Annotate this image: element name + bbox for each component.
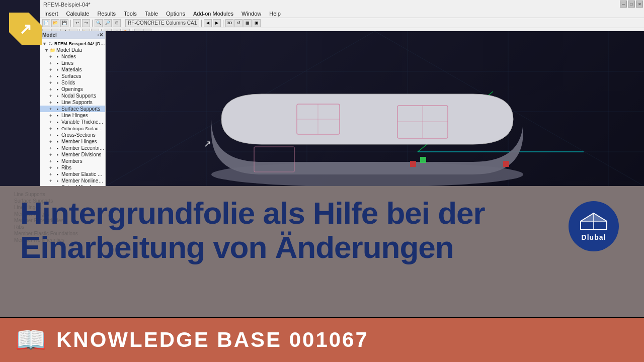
tree-member-eccentricities[interactable]: + ▪ Member Eccentricities [40, 145, 105, 151]
panel-title: Model [42, 32, 57, 38]
bottom-bar: 📖 KNOWLEDGE BASE 001067 [0, 318, 644, 362]
tree-label-nodal-supports: Nodal Supports [61, 93, 96, 99]
tree-label-surfaces: Surfaces [61, 73, 81, 79]
rf-concrete-label[interactable]: RF-CONCRETE Columns CA1 [125, 19, 199, 27]
tree-openings[interactable]: + ▪ Openings [40, 86, 105, 93]
tree-member-hinges[interactable]: + ▪ Member Hinges [40, 138, 105, 145]
menu-table[interactable]: Table [141, 9, 162, 18]
tree-cross-sections[interactable]: + ▪ Cross-Sections [40, 132, 105, 138]
tree-label-surface-supports: Surface Supports [61, 106, 100, 112]
tree-label-model-data: Model Data [56, 47, 82, 53]
close-button[interactable]: ✕ [636, 1, 643, 8]
title-overlay: Hintergrundfolie als Hilfe bei der Einar… [20, 196, 594, 264]
window-title-bar: RFEM-Beispiel-04* ─ □ ✕ [40, 0, 644, 9]
tb-sep2 [92, 20, 93, 27]
window-title: RFEM-Beispiel-04* [43, 2, 91, 8]
tb-undo[interactable]: ↩ [73, 19, 81, 27]
tb-view2[interactable]: ▣ [253, 19, 261, 27]
tree-ribs[interactable]: + ▪ Ribs [40, 164, 105, 171]
menu-tools[interactable]: Tools [120, 9, 141, 18]
knowledge-base-label: KNOWLEDGE BASE 001067 [56, 328, 369, 352]
tb-fit[interactable]: ⊞ [113, 19, 121, 27]
tree-model-data[interactable]: ▼ 📁 Model Data [40, 47, 105, 53]
tree-label-member-div: Member Divisions [61, 152, 101, 157]
tb-zoom-in[interactable]: 🔍 [95, 19, 103, 27]
lower-section: Line Supports Surface Supports Line Hing… [0, 186, 644, 362]
tree-surfaces[interactable]: + ▪ Surfaces [40, 73, 105, 79]
main-title: Hintergrundfolie als Hilfe bei der Einar… [20, 196, 594, 264]
tree-member-elastic[interactable]: + ▪ Member Elastic Foundations [40, 171, 105, 177]
3d-viewport[interactable]: ↗ [106, 31, 644, 186]
tree-surface-supports[interactable]: + ▪ Surface Supports [40, 106, 105, 112]
rfem-viewport-area: RFEM-Beispiel-04* ─ □ ✕ Insert Calculate… [0, 0, 644, 186]
menu-window[interactable]: Window [237, 9, 265, 18]
tb-open[interactable]: 📂 [51, 19, 59, 27]
menu-results[interactable]: Results [93, 9, 120, 18]
tree-label-materials: Materials [61, 67, 82, 72]
tree-label-variable-thick: Variable Thicknesses [61, 119, 105, 125]
tree-label-member-nonlin: Member Nonlinearities [61, 178, 105, 184]
tree-expand-root: ▼ [42, 41, 47, 46]
title-line2: Einarbeitung von Änderungen [20, 230, 454, 264]
tree-lines[interactable]: + ▪ Lines [40, 60, 105, 66]
tree-nodal-supports[interactable]: + ▪ Nodal Supports [40, 93, 105, 99]
tree-label-ribs: Ribs [61, 165, 71, 170]
tb-new[interactable]: 📄 [42, 19, 50, 27]
dlubal-logo-text: Dlubal [582, 233, 606, 241]
tb-view1[interactable]: ▦ [244, 19, 252, 27]
tree-line-supports[interactable]: + ▪ Line Supports [40, 99, 105, 106]
tree-label-member-hinges: Member Hinges [61, 139, 97, 144]
tree-icon-project: 🗂 [47, 41, 53, 47]
tb-redo[interactable]: ↪ [82, 19, 90, 27]
tree-solids[interactable]: + ▪ Solids [40, 79, 105, 86]
tb-rotate[interactable]: ↺ [234, 19, 243, 27]
dlubal-logo-svg [580, 212, 608, 230]
title-line1: Hintergrundfolie als Hilfe bei der [20, 196, 485, 230]
tree-label-member-eccent: Member Eccentricities [61, 145, 105, 151]
panel-header: Model ▫✕ [40, 31, 105, 39]
tree-member-divisions[interactable]: + ▪ Member Divisions [40, 151, 105, 158]
tree-label-cross-sections: Cross-Sections [61, 132, 96, 138]
svg-rect-20 [410, 161, 416, 167]
svg-rect-21 [420, 157, 426, 163]
menu-options[interactable]: Options [162, 9, 189, 18]
menu-calculate[interactable]: Calculate [62, 9, 94, 18]
tb-sep4 [201, 20, 202, 27]
tree-members[interactable]: + ▪ Members [40, 158, 105, 164]
minimize-button[interactable]: ─ [620, 1, 627, 8]
tree-materials[interactable]: + ▪ Materials [40, 66, 105, 73]
tree-root: ▼ 🗂 RFEM-Beispiel-04* [Dlubal Examples] … [40, 39, 105, 186]
tree-variable-thicknesses[interactable]: + ▪ Variable Thicknesses [40, 119, 105, 125]
tree-root-item[interactable]: ▼ 🗂 RFEM-Beispiel-04* [Dlubal Examples] [40, 40, 105, 47]
menu-help[interactable]: Help [265, 9, 285, 18]
menu-bar: Insert Calculate Results Tools Table Opt… [40, 9, 644, 18]
tb-zoom-out[interactable]: 🔎 [104, 19, 112, 27]
tb-next[interactable]: ▶ [213, 19, 221, 27]
project-tree-panel: Model ▫✕ ▼ 🗂 RFEM-Beispiel-04* [Dlubal E… [40, 31, 106, 186]
tree-label-lines: Lines [61, 60, 73, 66]
menu-insert[interactable]: Insert [40, 9, 62, 18]
tb-sep1 [70, 20, 71, 27]
tree-label-member-elastic: Member Elastic Foundations [61, 171, 105, 177]
tree-member-nonlin[interactable]: + ▪ Member Nonlinearities [40, 177, 105, 184]
svg-text:↗: ↗ [204, 139, 211, 149]
svg-rect-22 [503, 161, 509, 167]
tree-root-label: RFEM-Beispiel-04* [Dlubal Examples] [54, 41, 105, 46]
tree-nodes[interactable]: + ▪ Nodes [40, 53, 105, 60]
tree-label-openings: Openings [61, 86, 83, 92]
window-controls[interactable]: ─ □ ✕ [620, 1, 643, 8]
tb-save[interactable]: 💾 [60, 19, 68, 27]
tb-prev[interactable]: ◀ [204, 19, 212, 27]
tb-3d[interactable]: 3D [225, 19, 233, 27]
tree-line-hinges[interactable]: + ▪ Line Hinges [40, 112, 105, 119]
maximize-button[interactable]: □ [628, 1, 635, 8]
tree-label-orthotropic: Orthotropic Surfaces and Membranes [61, 126, 105, 131]
tree-icon-model: 📁 [49, 47, 55, 53]
menu-addon-modules[interactable]: Add-on Modules [189, 9, 237, 18]
tree-orthotropic[interactable]: + ▪ Orthotropic Surfaces and Membranes [40, 125, 105, 132]
tree-label-members: Members [61, 158, 83, 164]
panel-controls[interactable]: ▫✕ [97, 32, 103, 38]
tree-label-line-supports: Line Supports [61, 100, 93, 105]
3d-scene-svg: ↗ [106, 31, 644, 186]
toolbar-1: 📄 📂 💾 ↩ ↪ 🔍 🔎 ⊞ RF-CONCRETE Columns CA1 … [40, 18, 644, 28]
